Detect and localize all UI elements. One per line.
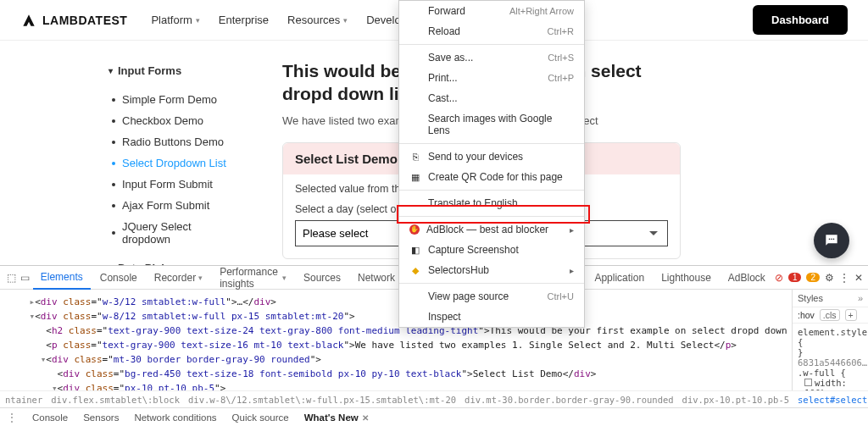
qr-icon: ▦ [409, 171, 421, 183]
devtools-tab-lighthouse[interactable]: Lighthouse [654, 266, 719, 290]
ctx-selectorshub[interactable]: ◆SelectorsHub▸ [399, 260, 584, 280]
svg-point-2 [833, 239, 835, 241]
context-menu: ForwardAlt+Right Arrow ReloadCtrl+R Save… [398, 0, 585, 328]
devtools-tab-console[interactable]: Console [92, 266, 145, 290]
chevron-right-icon: ▸ [570, 266, 574, 275]
ctx-reload[interactable]: ReloadCtrl+R [399, 21, 584, 41]
devtools-tab-elements[interactable]: Elements [33, 266, 91, 290]
sidebar-item-radio[interactable]: Radio Buttons Demo [112, 131, 242, 152]
devtools-tab-adblock[interactable]: AdBlock [721, 266, 773, 290]
sidebar-item-ajax-submit[interactable]: Ajax Form Submit [112, 195, 242, 216]
error-count[interactable]: 1 [788, 273, 802, 282]
elements-breadcrumb[interactable]: ntainer div.flex.smtablet\:block div.w-8… [0, 390, 868, 407]
style-rule[interactable]: element.style { [798, 327, 863, 347]
chevron-down-icon: ▾ [343, 16, 348, 25]
settings-icon[interactable]: ⚙ [825, 272, 834, 284]
more-icon[interactable]: » [858, 293, 863, 303]
nav-platform[interactable]: Platform▾ [151, 14, 199, 26]
chevron-down-icon: ▾ [282, 274, 287, 282]
chevron-down-icon: ▾ [196, 16, 200, 25]
sidebar-group-label: Input Forms [118, 64, 181, 77]
sidebar-item-checkbox[interactable]: Checkbox Demo [112, 110, 242, 131]
ctx-translate[interactable]: Translate to English [399, 193, 584, 213]
devtools-tab-application[interactable]: Application [587, 266, 652, 290]
camera-icon: ◧ [409, 244, 421, 256]
logo[interactable]: LAMBDATEST [20, 12, 127, 29]
devtools-tab-network[interactable]: Network [350, 266, 403, 290]
ctx-cast[interactable]: Cast... [399, 88, 584, 108]
nav-enterprise[interactable]: Enterprise [219, 14, 269, 26]
devtools-drawer: ⋮ Console Sensors Network conditions Qui… [0, 407, 868, 426]
close-icon[interactable]: ✕ [854, 272, 863, 284]
ctx-inspect[interactable]: Inspect [399, 307, 584, 327]
adblock-icon: ✋ [409, 224, 420, 235]
drawer-tab-network-cond[interactable]: Network conditions [134, 412, 216, 423]
svg-point-1 [831, 239, 832, 241]
chevron-right-icon: ▸ [570, 225, 574, 235]
styles-tab[interactable]: Styles [798, 293, 823, 303]
chevron-down-icon: ▾ [108, 66, 113, 75]
ctx-adblock[interactable]: ✋AdBlock — best ad blocker▸ [399, 219, 584, 240]
selectorshub-icon: ◆ [409, 264, 421, 276]
device-toolbar-icon[interactable]: ▭ [19, 272, 31, 284]
sidebar-group-input-forms[interactable]: ▾ Input Forms [108, 64, 242, 77]
devtools-tab-recorder[interactable]: Recorder▾ [147, 266, 210, 290]
brand-text: LAMBDATEST [42, 14, 127, 27]
drawer-tab-sensors[interactable]: Sensors [83, 412, 119, 423]
nav-resources[interactable]: Resources▾ [287, 14, 348, 26]
ctx-send-devices[interactable]: ⎘Send to your devices [399, 147, 584, 167]
style-rule[interactable]: .w-full { [798, 368, 863, 378]
ctx-save-as[interactable]: Save as...Ctrl+S [399, 47, 584, 68]
chevron-down-icon: ▾ [198, 274, 203, 282]
sidebar-item-select-dropdown[interactable]: Select Dropdown List [112, 152, 242, 174]
sidebar-item-input-submit[interactable]: Input Form Submit [112, 174, 242, 195]
sidebar-item-simple-form[interactable]: Simple Form Demo [112, 89, 242, 110]
ctx-create-qr[interactable]: ▦Create QR Code for this page [399, 167, 584, 187]
dashboard-button[interactable]: Dashboard [753, 5, 848, 35]
sidebar-item-jquery-select[interactable]: JQuery Select dropdown [112, 216, 242, 250]
more-icon[interactable]: ⋮ [7, 412, 17, 423]
more-icon[interactable]: ⋮ [839, 272, 849, 284]
elements-panel[interactable]: ▸<div class="w-3/12 smtablet:w-full">…</… [0, 290, 792, 390]
close-icon[interactable]: ✕ [362, 413, 369, 423]
nav-items: Platform▾ Enterprise Resources▾ Develope… [151, 14, 430, 26]
styles-panel: Styles» :hov .cls + element.style { } 68… [792, 290, 868, 390]
sidebar: ▾ Input Forms Simple Form Demo Checkbox … [0, 41, 242, 265]
devtools-tab-perf-insights[interactable]: Performance insights▾ [212, 266, 294, 290]
ctx-view-source[interactable]: View page sourceCtrl+U [399, 286, 584, 307]
warning-count[interactable]: 2 [806, 273, 820, 282]
chat-bubble[interactable] [814, 223, 849, 258]
ctx-google-lens[interactable]: Search images with Google Lens [399, 108, 584, 141]
lambdatest-logo-icon [20, 12, 37, 29]
devices-icon: ⎘ [409, 151, 421, 163]
inspect-element-icon[interactable]: ⬚ [5, 272, 17, 284]
devtools-tab-sources[interactable]: Sources [296, 266, 348, 290]
styles-filter[interactable]: :hov .cls + [793, 307, 868, 324]
ctx-print[interactable]: Print...Ctrl+P [399, 68, 584, 88]
ctx-capture-screenshot[interactable]: ◧Capture Screenshot [399, 240, 584, 260]
drawer-tab-whats-new[interactable]: What's New✕ [304, 412, 369, 423]
drawer-tab-console[interactable]: Console [32, 412, 68, 423]
error-icon[interactable]: ⊘ [775, 272, 783, 284]
chat-icon [823, 232, 840, 249]
svg-point-0 [829, 239, 831, 241]
drawer-tab-quick-source[interactable]: Quick source [232, 412, 289, 423]
sidebar-items: Simple Form Demo Checkbox Demo Radio But… [108, 89, 242, 250]
ctx-forward[interactable]: ForwardAlt+Right Arrow [399, 1, 584, 21]
